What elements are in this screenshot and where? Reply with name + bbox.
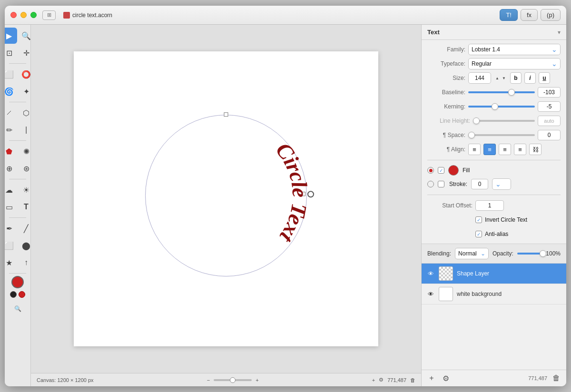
minimize-button[interactable] — [20, 12, 27, 18]
main-area: ▶ 🔍 ⊡ ✛ ⬜ ⭕ 🌀 ✦ ⟋ ⬡ ✏ | — [5, 25, 566, 386]
size-down[interactable]: ▼ — [501, 75, 507, 81]
pencil-tool[interactable]: ✏ — [5, 122, 17, 138]
circle-path-layer[interactable]: Circle Text — [145, 115, 307, 276]
opacity-thumb[interactable] — [540, 250, 546, 257]
line-height-value: auto — [538, 116, 561, 126]
rect-select-tool[interactable]: ⬜ — [5, 66, 17, 82]
blending-select[interactable]: Normal ⌄ — [455, 248, 489, 259]
space-thumb[interactable] — [468, 132, 475, 138]
fill-radio[interactable] — [427, 167, 434, 174]
layer-name-shape: Shape Layer — [457, 270, 561, 277]
close-button[interactable] — [10, 12, 17, 18]
text-panel-header: Text ▾ — [422, 25, 566, 40]
size-row: Size: 144 ▲ ▼ b i u — [427, 72, 561, 84]
typeface-select[interactable]: Regular ⌄ — [468, 58, 561, 69]
layer-item-background[interactable]: 👁 white background — [422, 284, 566, 304]
size-stepper[interactable]: ▲ ▼ — [494, 75, 507, 81]
sidebar-toggle-button[interactable]: ⊞ — [42, 10, 56, 20]
rect-shape-tool[interactable]: ▭ — [5, 199, 17, 215]
stroke-value-input[interactable]: 0 — [471, 179, 488, 189]
space-slider[interactable] — [468, 134, 535, 136]
link-icon-button[interactable]: ⛓ — [529, 144, 541, 155]
toolbar-sep-3 — [9, 140, 26, 141]
pen-tool[interactable]: ✒ — [5, 220, 17, 236]
svg-text:Circle Text: Circle Text — [271, 138, 313, 247]
baseline-thumb[interactable] — [508, 89, 515, 96]
blending-arrow-icon: ⌄ — [481, 250, 485, 257]
align-center-button[interactable]: ≡ — [483, 144, 496, 155]
tool-panel-button[interactable]: T! — [500, 9, 518, 21]
foreground-color[interactable] — [11, 276, 24, 288]
select-tool[interactable]: ▶ — [5, 28, 17, 44]
align-justify-button[interactable]: ≡ — [514, 144, 526, 155]
layer-thumb-shape — [439, 266, 453, 281]
stamp-tool[interactable]: ⊕ — [5, 160, 17, 176]
kerning-slider[interactable] — [468, 106, 535, 108]
vector-rect-tool[interactable]: ⬜ — [5, 237, 17, 254]
file-title: circle text.acorn — [63, 12, 112, 19]
baseline-slider[interactable] — [468, 91, 535, 93]
space-value[interactable]: 0 — [538, 130, 561, 140]
italic-button[interactable]: i — [524, 72, 536, 84]
stroke-type-select[interactable]: ⌄ — [492, 178, 511, 190]
stroke-radio[interactable] — [427, 181, 434, 187]
app-window: ⊞ circle text.acorn T! fx (p) ▶ 🔍 — [5, 6, 566, 386]
bold-button[interactable]: b — [510, 72, 522, 84]
layer-visibility-shape[interactable]: 👁 — [426, 269, 435, 278]
stroke-checkbox[interactable] — [438, 181, 444, 187]
add-layer-button[interactable]: + — [426, 373, 437, 383]
line-height-thumb[interactable] — [473, 118, 480, 124]
fill-row: ✓ Fill — [427, 165, 561, 176]
zoom-control: − + — [99, 377, 366, 383]
family-select[interactable]: Lobster 1.4 ⌄ — [468, 44, 561, 55]
layer-item-shape[interactable]: 👁 Shape Layer — [422, 264, 566, 284]
lasso-tool[interactable]: 🌀 — [5, 83, 17, 99]
invert-row: ✓ Invert Circle Text — [427, 214, 561, 225]
blur-tool[interactable]: ☁ — [5, 182, 17, 198]
kerning-thumb[interactable] — [492, 103, 498, 110]
trash-btn[interactable]: 🗑 — [410, 377, 415, 383]
background-color[interactable] — [10, 291, 17, 298]
layer-visibility-background[interactable]: 👁 — [426, 290, 435, 298]
kerning-label: Kerning: — [427, 103, 465, 110]
line-height-slider[interactable] — [473, 120, 535, 122]
crop-tool[interactable]: ⊡ — [5, 45, 17, 61]
zoom-mini-tool[interactable]: 🔍 — [10, 301, 26, 317]
canvas-container[interactable]: Circle Text — [31, 25, 421, 373]
fill-color-swatch[interactable] — [448, 165, 459, 176]
zoom-thumb[interactable] — [230, 377, 236, 383]
text-panel-chevron[interactable]: ▾ — [558, 29, 561, 36]
align-left-button[interactable]: ≡ — [468, 144, 481, 155]
blending-label: Blending: — [427, 250, 451, 257]
opacity-slider[interactable] — [517, 253, 542, 255]
zoom-out-btn[interactable]: − — [207, 377, 210, 383]
foreground-color-small[interactable] — [19, 291, 25, 298]
fill-checkbox[interactable]: ✓ — [438, 167, 444, 174]
underline-button[interactable]: u — [539, 72, 550, 84]
layer-settings-button[interactable]: ⚙ — [441, 373, 451, 383]
add-layer-btn[interactable]: + — [372, 377, 375, 383]
start-offset-input[interactable]: 1 — [475, 200, 504, 211]
zoom-slider[interactable] — [214, 379, 252, 381]
zoom-in-btn[interactable]: + — [256, 377, 258, 383]
fx-panel-button[interactable]: fx — [521, 9, 538, 21]
blending-row: Blending: Normal ⌄ Opacity: 100% — [422, 244, 566, 264]
antialias-checkbox[interactable]: ✓ — [475, 231, 482, 237]
canvas[interactable]: Circle Text — [74, 51, 378, 346]
paint-brush-tool[interactable]: ⟋ — [5, 105, 17, 121]
delete-layer-button[interactable]: 🗑 — [551, 373, 561, 383]
baseline-value[interactable]: -103 — [538, 87, 561, 98]
size-up[interactable]: ▲ — [494, 75, 501, 81]
kerning-value[interactable]: -5 — [538, 101, 561, 112]
maximize-button[interactable] — [30, 12, 37, 18]
family-row: Family: Lobster 1.4 ⌄ — [427, 44, 561, 55]
invert-checkbox[interactable]: ✓ — [475, 216, 482, 223]
file-icon — [63, 12, 70, 19]
star-tool[interactable]: ★ — [5, 255, 17, 271]
fill-tool[interactable]: ⬟ — [5, 143, 17, 159]
typeface-value: Regular — [472, 60, 492, 67]
align-right-button[interactable]: ≡ — [499, 144, 511, 155]
size-input[interactable]: 144 — [468, 72, 491, 84]
settings-btn[interactable]: ⚙ — [379, 377, 384, 383]
p-panel-button[interactable]: (p) — [541, 9, 561, 21]
